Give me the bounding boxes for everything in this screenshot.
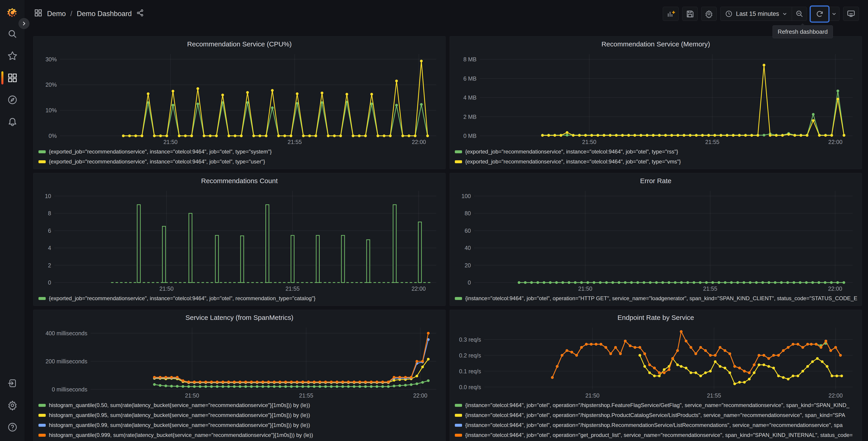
tooltip: Refresh dashboard [773, 25, 833, 38]
svg-text:6 MB: 6 MB [463, 76, 476, 82]
svg-text:20%: 20% [45, 82, 57, 88]
legend-swatch [455, 297, 462, 300]
panel-title[interactable]: Recommendations Count [36, 175, 443, 187]
legend: {instance="otelcol:9464", job="otel", op… [453, 293, 859, 303]
legend-item[interactable]: {instance="otelcol:9464", job="otel", op… [453, 430, 859, 440]
explore-compass-icon[interactable] [7, 95, 18, 105]
panel-error-rate: Error Rate 21:5021:5522:00020406080100 {… [450, 173, 862, 306]
legend-item[interactable]: histogram_quantile(0.99, sum(rate(latenc… [36, 420, 443, 430]
svg-text:10%: 10% [45, 107, 57, 113]
svg-text:21:50: 21:50 [159, 286, 174, 292]
latency-chart[interactable]: 21:5021:5522:000 milliseconds200 millise… [36, 324, 443, 400]
legend-item[interactable]: histogram_quantile(0.50, sum(rate(latenc… [36, 400, 443, 410]
page-title[interactable]: Demo Dashboard [77, 10, 132, 18]
legend-item[interactable]: {instance="otelcol:9464", job="otel", op… [453, 420, 859, 430]
panel-service-latency: Service Latency (from SpanMetrics) 21:50… [33, 310, 445, 441]
share-icon[interactable] [136, 9, 144, 19]
zoom-out-button[interactable] [792, 7, 807, 21]
panel-memory: Recommendation Service (Memory) 21:5021:… [450, 36, 862, 169]
svg-text:2: 2 [48, 262, 51, 268]
legend: histogram_quantile(0.50, sum(rate(latenc… [36, 400, 443, 440]
legend: {exported_job="recommendationservice", i… [36, 293, 443, 303]
panel-cpu: Recommendation Service (CPU%) 21:5021:55… [33, 36, 445, 169]
endpoint-rate-chart[interactable]: 21:5021:5522:000.0 req/s0.1 req/s0.2 req… [453, 324, 859, 400]
panel-title[interactable]: Endpoint Rate by Service [453, 312, 859, 324]
svg-text:21:50: 21:50 [578, 286, 592, 292]
svg-text:22:00: 22:00 [828, 139, 843, 145]
add-panel-button[interactable] [663, 7, 679, 21]
dashboard-settings-button[interactable] [701, 7, 717, 21]
svg-text:22:00: 22:00 [412, 286, 426, 292]
panel-title[interactable]: Recommendation Service (CPU%) [36, 38, 443, 50]
refresh-interval-dropdown[interactable] [828, 7, 839, 21]
cpu-chart[interactable]: 21:5021:5522:000%10%20%30% [36, 50, 443, 147]
svg-text:8 MB: 8 MB [463, 56, 476, 62]
panel-recommendations-count: Recommendations Count 21:5021:5522:00024… [33, 173, 445, 306]
svg-text:10: 10 [45, 193, 51, 199]
legend-item[interactable]: {exported_job="recommendationservice", i… [36, 293, 443, 303]
panel-endpoint-rate: Endpoint Rate by Service 21:5021:5522:00… [450, 310, 862, 441]
svg-text:20: 20 [465, 262, 471, 268]
svg-text:21:50: 21:50 [163, 139, 178, 145]
help-icon[interactable] [7, 422, 18, 432]
svg-text:0: 0 [48, 280, 51, 286]
svg-text:4 MB: 4 MB [463, 94, 476, 101]
legend-item[interactable]: histogram_quantile(0.95, sum(rate(latenc… [36, 410, 443, 420]
svg-text:0 MB: 0 MB [463, 133, 476, 139]
settings-gear-icon[interactable] [7, 400, 18, 410]
legend-item[interactable]: {exported_job="recommendationservice", i… [36, 147, 443, 157]
svg-text:21:50: 21:50 [582, 139, 596, 145]
legend-item[interactable]: {exported_job="recommendationservice", i… [36, 157, 443, 167]
clock-icon [725, 10, 733, 18]
chevron-down-icon [782, 11, 787, 16]
svg-text:0%: 0% [49, 133, 57, 139]
refresh-group [810, 7, 839, 21]
legend-item[interactable]: {instance="otelcol:9464", job="otel", op… [453, 293, 859, 303]
dashboards-grid-icon [34, 9, 42, 19]
svg-text:22:00: 22:00 [413, 392, 428, 399]
save-dashboard-button[interactable] [682, 7, 698, 21]
svg-text:80: 80 [465, 210, 471, 216]
dashboard-toolbar: Last 15 minutes [663, 7, 859, 21]
search-icon[interactable] [7, 29, 18, 39]
svg-text:22:00: 22:00 [412, 139, 426, 145]
memory-chart[interactable]: 21:5021:5522:000 MB2 MB4 MB6 MB8 MB [453, 50, 859, 147]
error-rate-chart[interactable]: 21:5021:5522:00020406080100 [453, 187, 859, 293]
svg-text:2 MB: 2 MB [463, 114, 476, 120]
legend: {exported_job="recommendationservice", i… [453, 147, 859, 167]
svg-text:30%: 30% [45, 56, 57, 62]
kiosk-tv-button[interactable] [843, 7, 859, 21]
sidebar-expand-button[interactable] [19, 18, 29, 29]
panel-title[interactable]: Service Latency (from SpanMetrics) [36, 312, 443, 324]
legend-swatch [455, 424, 462, 427]
legend-item[interactable]: {exported_job="recommendationservice", i… [453, 147, 859, 157]
time-range-group: Last 15 minutes [720, 7, 807, 21]
chevron-down-icon [832, 11, 837, 16]
breadcrumb-folder[interactable]: Demo [47, 10, 66, 18]
panel-title[interactable]: Recommendation Service (Memory) [453, 38, 859, 50]
svg-text:21:55: 21:55 [299, 392, 313, 399]
svg-text:0.2 req/s: 0.2 req/s [459, 352, 481, 359]
svg-text:400 milliseconds: 400 milliseconds [45, 330, 87, 336]
grafana-logo[interactable] [7, 7, 18, 18]
svg-text:22:00: 22:00 [828, 286, 842, 292]
legend-item[interactable]: {instance="otelcol:9464", job="otel", op… [453, 400, 859, 410]
legend-swatch [38, 150, 46, 153]
legend-item[interactable]: histogram_quantile(0.999, sum(rate(laten… [36, 430, 443, 440]
time-range-picker[interactable]: Last 15 minutes [720, 7, 792, 21]
starred-icon[interactable] [7, 51, 18, 61]
sign-in-icon[interactable] [7, 378, 18, 388]
svg-text:21:55: 21:55 [703, 286, 717, 292]
alerting-bell-icon[interactable] [7, 117, 18, 127]
recommendations-chart[interactable]: 21:5021:5522:000246810 [36, 187, 443, 293]
panel-title[interactable]: Error Rate [453, 175, 859, 187]
svg-text:21:55: 21:55 [288, 139, 302, 145]
legend-item[interactable]: {instance="otelcol:9464", job="otel", op… [453, 410, 859, 420]
legend-swatch [38, 404, 46, 407]
active-indicator [1, 71, 3, 84]
svg-text:60: 60 [465, 228, 471, 234]
dashboards-icon[interactable] [7, 73, 18, 83]
svg-text:0.1 req/s: 0.1 req/s [459, 368, 481, 375]
legend-item[interactable]: {exported_job="recommendationservice", i… [453, 157, 859, 167]
refresh-dashboard-button[interactable] [811, 7, 828, 21]
